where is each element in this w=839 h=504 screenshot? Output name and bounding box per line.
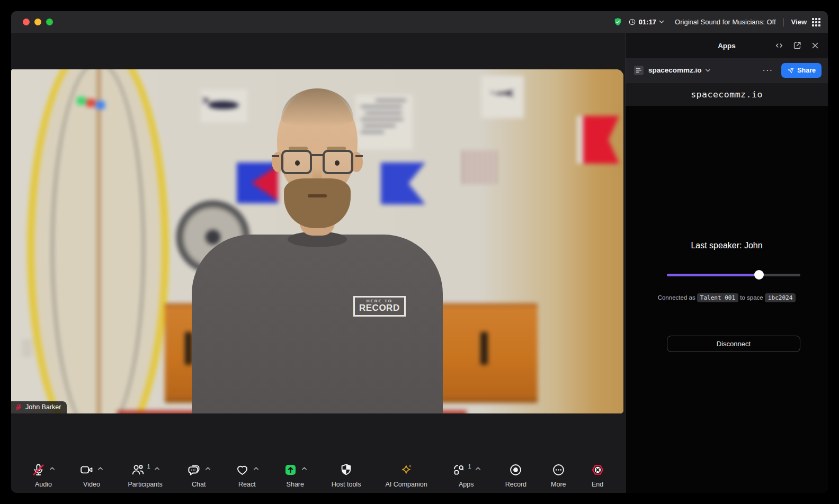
chat-label: Chat bbox=[192, 481, 206, 488]
view-button-label[interactable]: View bbox=[791, 18, 807, 26]
clock-icon bbox=[628, 18, 636, 26]
view-grid-icon[interactable] bbox=[812, 18, 820, 26]
share-screen-button[interactable]: Share bbox=[283, 461, 307, 488]
participant-video-tile[interactable]: HERE TO RECORD John Barker bbox=[11, 69, 623, 413]
close-panel-icon[interactable] bbox=[810, 40, 820, 51]
app-chevron-down-icon[interactable] bbox=[705, 68, 711, 73]
share-screen-icon bbox=[283, 463, 298, 477]
share-label: Share bbox=[287, 481, 304, 488]
end-hexagon-icon bbox=[591, 463, 605, 477]
participants-count-badge: 1 bbox=[147, 463, 150, 470]
more-label: More bbox=[551, 481, 566, 488]
ai-sparkle-icon bbox=[399, 463, 414, 477]
ai-companion-label: AI Companion bbox=[385, 481, 427, 488]
titlebar-divider bbox=[783, 18, 784, 26]
last-speaker-text: Last speaker: John bbox=[626, 241, 828, 250]
meeting-toolbar: Audio Video 1 Participants bbox=[11, 435, 625, 493]
more-button[interactable]: More bbox=[551, 461, 566, 488]
record-icon bbox=[508, 463, 523, 477]
react-button[interactable]: React bbox=[235, 461, 259, 488]
popout-icon[interactable] bbox=[792, 40, 802, 51]
zoom-window-button[interactable] bbox=[46, 19, 53, 25]
connected-prefix: Connected as bbox=[658, 294, 695, 301]
participant-name-label: John Barker bbox=[11, 401, 67, 413]
share-send-icon bbox=[787, 67, 795, 74]
meeting-time: 01:17 bbox=[639, 18, 656, 26]
video-label: Video bbox=[83, 481, 100, 488]
chat-options-chevron[interactable] bbox=[205, 466, 211, 471]
participants-label: Participants bbox=[128, 481, 162, 488]
disconnect-button[interactable]: Disconnect bbox=[667, 336, 800, 352]
video-options-chevron[interactable] bbox=[97, 466, 103, 471]
audio-options-chevron[interactable] bbox=[49, 466, 55, 471]
active-app-name[interactable]: spacecommz.io bbox=[648, 66, 702, 74]
muted-mic-icon bbox=[15, 403, 22, 411]
beard bbox=[284, 178, 351, 228]
shirt-logo: HERE TO RECORD bbox=[353, 296, 406, 317]
mic-muted-icon bbox=[31, 463, 46, 477]
app-page-title: spacecommz.io bbox=[691, 89, 763, 100]
apps-count-badge: 1 bbox=[468, 463, 471, 470]
meeting-timer[interactable]: 01:17 bbox=[628, 18, 664, 26]
heart-icon bbox=[235, 463, 249, 477]
end-meeting-button[interactable]: End bbox=[591, 461, 605, 488]
audio-button[interactable]: Audio bbox=[31, 461, 55, 488]
host-tools-button[interactable]: Host tools bbox=[332, 461, 361, 488]
chat-button[interactable]: Chat bbox=[187, 461, 211, 488]
react-options-chevron[interactable] bbox=[253, 466, 259, 471]
participant-person: HERE TO RECORD bbox=[11, 69, 623, 413]
spacecommz-app-icon bbox=[634, 66, 644, 75]
close-window-button[interactable] bbox=[23, 19, 30, 25]
apps-panel: Apps spacecommz.io ··· Share spacecommz.… bbox=[625, 33, 828, 493]
chat-bubble-icon bbox=[187, 463, 201, 477]
code-icon[interactable] bbox=[774, 40, 784, 51]
security-shield-icon[interactable] bbox=[613, 17, 623, 27]
participants-button[interactable]: 1 Participants bbox=[128, 461, 162, 488]
meeting-main-area: HERE TO RECORD John Barker Audio bbox=[11, 33, 625, 493]
traffic-lights bbox=[23, 19, 58, 25]
camera-icon bbox=[79, 463, 94, 477]
app-share-label: Share bbox=[797, 67, 816, 74]
talent-id-chip: Talent 001 bbox=[697, 293, 738, 302]
original-sound-toggle[interactable]: Original Sound for Musicians: Off bbox=[675, 18, 776, 26]
apps-panel-title: Apps bbox=[718, 42, 736, 50]
active-app-row: spacecommz.io ··· Share bbox=[626, 58, 828, 82]
host-tools-label: Host tools bbox=[332, 481, 361, 488]
connection-status: Connected as Talent 001 to space ibc2024 bbox=[626, 294, 828, 301]
face bbox=[277, 89, 358, 199]
participants-options-chevron[interactable] bbox=[154, 466, 160, 471]
window-titlebar: 01:17 Original Sound for Musicians: Off … bbox=[11, 11, 828, 33]
apps-panel-header: Apps bbox=[626, 33, 828, 58]
video-button[interactable]: Video bbox=[79, 461, 103, 488]
react-label: React bbox=[238, 481, 256, 488]
connected-infix: to space bbox=[740, 294, 763, 301]
torso bbox=[192, 235, 443, 413]
audio-label: Audio bbox=[35, 481, 52, 488]
volume-slider[interactable] bbox=[667, 270, 800, 280]
slider-thumb[interactable] bbox=[754, 270, 764, 280]
chevron-down-icon bbox=[659, 20, 664, 24]
zoom-meeting-window: 01:17 Original Sound for Musicians: Off … bbox=[11, 11, 828, 493]
host-tools-shield-icon bbox=[339, 463, 353, 477]
participant-name: John Barker bbox=[25, 403, 61, 411]
more-ellipsis-icon bbox=[551, 463, 566, 477]
apps-options-chevron[interactable] bbox=[475, 466, 481, 471]
apps-button[interactable]: 1 Apps bbox=[452, 461, 481, 488]
share-options-chevron[interactable] bbox=[301, 466, 307, 471]
minimize-window-button[interactable] bbox=[34, 19, 41, 25]
apps-label: Apps bbox=[459, 481, 474, 488]
record-label: Record bbox=[505, 481, 526, 488]
end-label: End bbox=[592, 481, 603, 488]
slider-fill bbox=[667, 274, 759, 276]
space-id-chip: ibc2024 bbox=[765, 293, 796, 302]
app-page-titlebar: spacecommz.io bbox=[626, 82, 828, 106]
record-button[interactable]: Record bbox=[505, 461, 526, 488]
apps-icon bbox=[452, 463, 466, 477]
participants-icon bbox=[131, 463, 145, 477]
glasses bbox=[278, 150, 356, 175]
app-share-button[interactable]: Share bbox=[781, 63, 822, 78]
ai-companion-button[interactable]: AI Companion bbox=[385, 461, 427, 488]
app-more-options-button[interactable]: ··· bbox=[762, 68, 773, 73]
